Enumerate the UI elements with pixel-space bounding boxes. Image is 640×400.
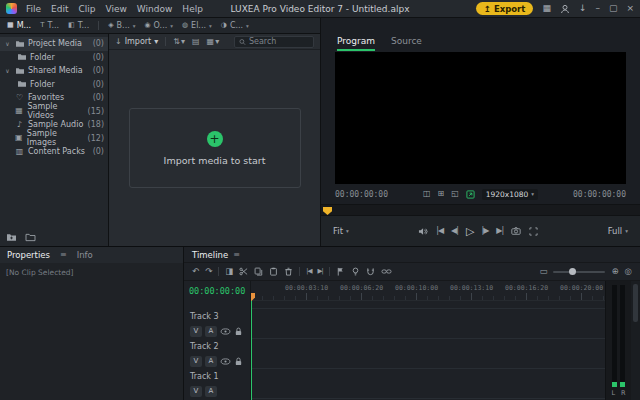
snapshot-button[interactable] [511, 227, 521, 235]
add-marker-button[interactable] [336, 267, 345, 276]
paste-button[interactable] [269, 267, 278, 276]
sort-button[interactable]: ⇅ ▾ [173, 38, 185, 46]
track-lock-icon[interactable] [234, 357, 243, 366]
track-audio-toggle[interactable]: A [205, 326, 217, 337]
track-lane-2[interactable] [251, 339, 605, 369]
tab-program[interactable]: Program [337, 36, 375, 46]
menu-window[interactable]: Window [137, 4, 173, 14]
goto-in-button[interactable]: |◀ [436, 227, 443, 235]
play-button[interactable]: ▷ [466, 226, 473, 237]
tree-item-sample-images[interactable]: ▣ Sample Images (12) [0, 132, 108, 146]
track-lane-1[interactable] [251, 369, 605, 399]
tree-item-project-media[interactable]: ∨ Project Media (0) [0, 37, 108, 51]
menu-help[interactable]: Help [182, 4, 203, 14]
close-button[interactable]: × [626, 4, 634, 13]
track-visibility-icon[interactable] [220, 328, 231, 335]
undo-button[interactable]: ↶ [192, 267, 199, 276]
folder-button[interactable] [25, 233, 36, 242]
tab-elements[interactable]: ◍ El... ▾ [182, 21, 212, 30]
tab-text[interactable]: T T... [40, 21, 59, 30]
scrollbar-thumb[interactable] [633, 284, 638, 322]
track-video-toggle[interactable]: V [190, 326, 202, 337]
tree-item-folder[interactable]: Folder (0) [0, 51, 108, 65]
playback-quality-dropdown[interactable]: Full ▾ [608, 226, 628, 236]
link-clips-button[interactable] [381, 268, 392, 275]
goto-out-button[interactable]: ▶| [496, 227, 503, 235]
fullscreen-button[interactable] [529, 227, 538, 236]
prev-edit-button[interactable]: |◀ [306, 268, 311, 275]
tree-item-sample-videos[interactable]: ▦ Sample Videos (15) [0, 105, 108, 119]
scrub-playhead-marker[interactable] [323, 207, 332, 215]
app-logo-icon[interactable] [6, 3, 17, 14]
copy-button[interactable] [254, 267, 263, 276]
track-visibility-icon[interactable] [220, 358, 231, 365]
track-name[interactable]: Track 2 [190, 339, 250, 353]
track-lock-icon[interactable] [234, 327, 243, 336]
grid-view-button[interactable]: ▦ ▾ [207, 38, 220, 46]
tab-info[interactable]: Info [77, 250, 93, 260]
insert-clip-button[interactable]: ◨ [225, 267, 233, 276]
render-preview-icon[interactable] [351, 267, 360, 276]
zoom-in-button[interactable]: ⊕ [611, 267, 618, 276]
snap-magnet-button[interactable] [366, 267, 375, 276]
new-folder-button[interactable] [6, 233, 17, 242]
panel-menu-icon[interactable]: ≡ [233, 251, 240, 259]
minimize-button[interactable]: – [595, 4, 600, 13]
track-audio-toggle[interactable]: A [205, 386, 217, 397]
panel-menu-icon[interactable]: ≡ [60, 251, 67, 259]
track-name[interactable]: Track 3 [190, 309, 250, 323]
scale-indicator-icon[interactable] [466, 190, 475, 199]
next-frame-button[interactable]: |▶ [481, 227, 488, 235]
tree-item-content-packs[interactable]: ▥ Content Packs (0) [0, 145, 108, 159]
tree-item-folder[interactable]: Folder (0) [0, 78, 108, 92]
track-video-toggle[interactable]: V [190, 356, 202, 367]
export-button[interactable]: ↥ Export [476, 2, 534, 15]
delete-button[interactable] [284, 267, 293, 276]
track-audio-toggle[interactable]: A [205, 356, 217, 367]
track-lane-3[interactable] [251, 309, 605, 339]
speaker-icon[interactable] [418, 227, 428, 236]
collapse-icon[interactable]: ∨ [4, 68, 11, 74]
video-preview[interactable] [335, 52, 626, 184]
zoom-fit-dropdown[interactable]: Fit ▾ [333, 226, 349, 236]
tab-color[interactable]: ◑ C... ▾ [221, 21, 249, 30]
split-button[interactable] [239, 267, 248, 276]
zoom-slider[interactable] [553, 271, 605, 273]
menu-edit[interactable]: Edit [51, 4, 68, 14]
search-input[interactable] [249, 37, 309, 46]
tab-properties[interactable]: Properties [7, 250, 50, 260]
import-button[interactable]: ↓ Import ▾ [115, 37, 158, 46]
track-video-toggle[interactable]: V [190, 386, 202, 397]
crop-guide-icon[interactable]: ◱ [451, 190, 459, 198]
download-icon[interactable]: ↓ [579, 4, 587, 13]
next-edit-button[interactable]: ▶| [317, 268, 322, 275]
menu-clip[interactable]: Clip [79, 4, 96, 14]
zoom-slider-handle[interactable] [569, 268, 576, 275]
collapse-icon[interactable]: ∨ [4, 41, 11, 47]
playhead-line[interactable] [251, 293, 252, 400]
tab-overlays[interactable]: ◉ O... ▾ [145, 21, 173, 30]
maximize-button[interactable]: ▢ [609, 4, 618, 13]
timeline-vertical-scrollbar[interactable] [631, 281, 640, 400]
menu-view[interactable]: View [106, 4, 127, 14]
account-icon[interactable] [560, 4, 570, 14]
tab-behaviors[interactable]: ◈ B... ▾ [108, 21, 135, 30]
track-name[interactable]: Track 1 [190, 369, 250, 383]
list-view-button[interactable]: ▤ [192, 38, 200, 46]
import-dropzone[interactable]: + Import media to start [129, 108, 301, 188]
timeline-ruler[interactable]: 00:00:03:10 00:00:06:20 00:00:10:00 00:0… [251, 281, 605, 301]
menu-file[interactable]: File [26, 4, 41, 14]
tab-source[interactable]: Source [391, 36, 422, 46]
redo-button[interactable]: ↷ [205, 267, 212, 276]
prev-frame-button[interactable]: ◀| [451, 227, 458, 235]
timeline-options-button[interactable]: ◎ [625, 267, 632, 276]
tab-transitions[interactable]: ◧ T... [68, 21, 89, 30]
tab-media[interactable]: ▦ M... [7, 21, 31, 30]
fit-timeline-button[interactable]: ▭ [539, 267, 547, 276]
tree-item-shared-media[interactable]: ∨ Shared Media (0) [0, 64, 108, 78]
safe-area-icon[interactable]: ◫ [423, 190, 431, 198]
monitor-scrub-bar[interactable] [321, 204, 640, 216]
layout-icon[interactable]: ▦ [542, 4, 551, 13]
timeline-lanes[interactable]: 00:00:03:10 00:00:06:20 00:00:10:00 00:0… [251, 281, 605, 400]
resolution-badge[interactable]: 1920x1080 ▾ [482, 189, 538, 200]
